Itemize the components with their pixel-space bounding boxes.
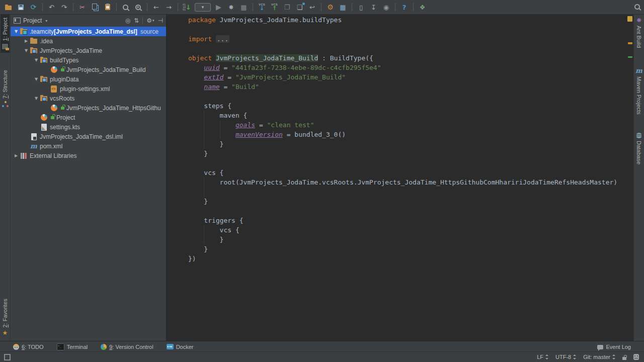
run-configurations-dropdown: ▼ [195,3,211,12]
encoding-indicator[interactable]: UTF-8 [555,354,576,360]
redo-button[interactable]: ↷ [58,1,70,13]
show-history-icon: ❐ [284,4,290,11]
copy-icon [94,5,99,11]
toolwindow-button-9-version-control[interactable]: 9: Version Control [101,344,153,350]
project-structure-button[interactable]: ▦ [337,1,349,13]
expand-arrow-icon[interactable]: ▼ [13,29,20,34]
hide-button[interactable]: ⊣ [158,18,163,24]
forward-icon: → [166,4,172,11]
rollback-button[interactable]: ↩ [306,1,318,13]
toolwindow-button-terminal[interactable]: Terminal [57,343,88,350]
toolwindow-button-event-log[interactable]: Event Log [597,344,631,350]
maven-icon: m [635,68,642,74]
sdk-manager-button[interactable]: ↧ [367,1,380,13]
tree-item-label: settings.kts [50,124,80,131]
tree-item-vcsroots[interactable]: ▼vcsRoots [11,94,166,103]
run-button[interactable]: ▶ [212,1,225,13]
tree-item-jvmprojects-jodatime[interactable]: ▼JvmProjects_JodaTime [11,46,166,55]
tree-item-pom-xml[interactable]: mpom.xml [11,141,166,151]
stripe-tab-1-project[interactable]: 1: Project [1,15,10,53]
stripe-tab-7-structure[interactable]: 7: Structure [1,67,10,110]
synchronize-icon: ⟳ [31,4,37,11]
undo-button[interactable]: ↶ [45,1,58,13]
make-project-button[interactable]: 011001↓ [181,1,193,13]
stripe-tab-database[interactable]: Database [635,130,643,167]
avd-manager-button[interactable]: ▯ [355,1,367,13]
project-view-combo[interactable]: Project ▾ [14,17,47,24]
error-stripe[interactable] [626,15,633,341]
readonly-lock-button[interactable] [622,354,626,360]
android-monitor-button[interactable]: ◉ [380,1,392,13]
tree-item-buildtypes[interactable]: ▼buildTypes [11,55,166,65]
readonly-lock-icon [622,357,626,360]
line-separator-indicator[interactable]: LF [537,354,548,360]
cut-button[interactable]: ✂ [76,1,89,13]
copy-button[interactable] [89,1,101,13]
replace-button[interactable] [132,1,144,13]
warning-mark [628,42,632,44]
toolwindow-toggle-button[interactable] [4,354,11,360]
code-line-5: object JvmProjects_JodaTime_Build : Buil… [188,53,617,63]
settings-button[interactable]: ⚙ [324,1,337,13]
run-configurations-button[interactable]: ▼ [193,1,212,13]
stripe-tab-label: 2: Favorites [2,299,8,327]
tree-item-jvmprojects-jodatime-build[interactable]: JvmProjects_JodaTime_Build [11,65,166,74]
recent-changes-button[interactable]: ❏ [293,1,306,13]
code-line-4 [188,44,617,53]
show-history-button[interactable]: ❐ [281,1,293,13]
updown-arrows-icon [612,354,615,359]
expand-arrow-icon[interactable]: ▶ [13,153,20,158]
locate-button[interactable]: ◎ [125,18,130,24]
expand-arrow-icon[interactable]: ▼ [33,96,40,101]
expand-arrow-icon[interactable]: ▼ [23,48,30,53]
git-branch-indicator[interactable]: Git: master [583,354,615,360]
iml-icon [30,133,38,141]
toolwindow-button-docker[interactable]: Docker [167,344,194,350]
code-line-11: maven { [188,111,617,120]
tree-item-label: plugin-settings.xml [60,85,110,93]
expand-arrow-icon[interactable]: ▼ [33,77,40,81]
tree-item-external-libraries[interactable]: ▶External Libraries [11,151,166,160]
stripe-tab-ant-build[interactable]: ❋Ant Build [635,15,643,51]
expand-arrow-icon[interactable]: ▼ [33,58,40,62]
tree-item-settings-kts[interactable]: settings.kts [11,122,166,132]
tree-item--teamcity[interactable]: ▼.teamcity [JvmProjects_JodaTime_dsl]sou… [11,27,166,36]
tree-item-jvmprojects-jodatime-dsl-iml[interactable]: JvmProjects_JodaTime_dsl.iml [11,132,166,141]
ant-icon: ❋ [636,18,641,23]
hector-inspections-button[interactable] [633,354,639,360]
collapse-all-button[interactable]: ⇅ [134,18,139,24]
code-line-10: steps { [188,101,617,111]
editor[interactable]: package JvmProjects_JodaTime.buildTypesi… [167,15,633,341]
stripe-tab-2-favorites[interactable]: 2: Favorites★ [1,296,9,339]
settings-button[interactable]: ⚙▾ [146,18,154,24]
help-button[interactable]: ? [398,1,411,13]
expand-arrow-icon[interactable]: ▶ [23,39,30,43]
find-button[interactable] [119,1,132,13]
run-with-coverage-button[interactable]: ▩ [237,1,250,13]
debug-button[interactable]: ✸ [225,1,237,13]
redo-icon: ↷ [61,4,67,11]
recent-changes-icon: ❏ [297,4,303,11]
commit-changes-button[interactable]: VCS↑ [268,1,281,13]
back-button[interactable]: ← [150,1,163,13]
save-all-button[interactable] [15,1,27,13]
synchronize-button[interactable]: ⟳ [27,1,40,13]
tree-item-plugin-settings-xml[interactable]: plugin-settings.xml [11,84,166,94]
tree-item-jvmprojects-jodatime-httpsgithu[interactable]: JvmProjects_JodaTime_HttpsGithu [11,103,166,113]
toolbar-separator [321,3,321,11]
toolbar-separator [413,3,414,11]
tree-item-plugindata[interactable]: ▼pluginData [11,74,166,84]
attach-debugger-button[interactable]: ❖ [416,1,429,13]
debug-icon: ✸ [228,4,234,11]
stripe-tab-maven-projects[interactable]: mMaven Projects [634,65,643,118]
tree-item-label: .idea [40,38,53,45]
search-everywhere-button[interactable] [634,3,640,12]
open-project-button[interactable] [2,1,15,13]
stripe-tab-label: 7: Structure [2,70,8,99]
update-project-button[interactable]: VCS↓ [256,1,268,13]
tree-item--idea[interactable]: ▶.idea [11,36,166,46]
tree-item-project[interactable]: Project [11,113,166,122]
forward-button[interactable]: → [163,1,175,13]
paste-button[interactable] [101,1,114,13]
toolwindow-button-6-todo[interactable]: 6: TODO [13,344,44,350]
